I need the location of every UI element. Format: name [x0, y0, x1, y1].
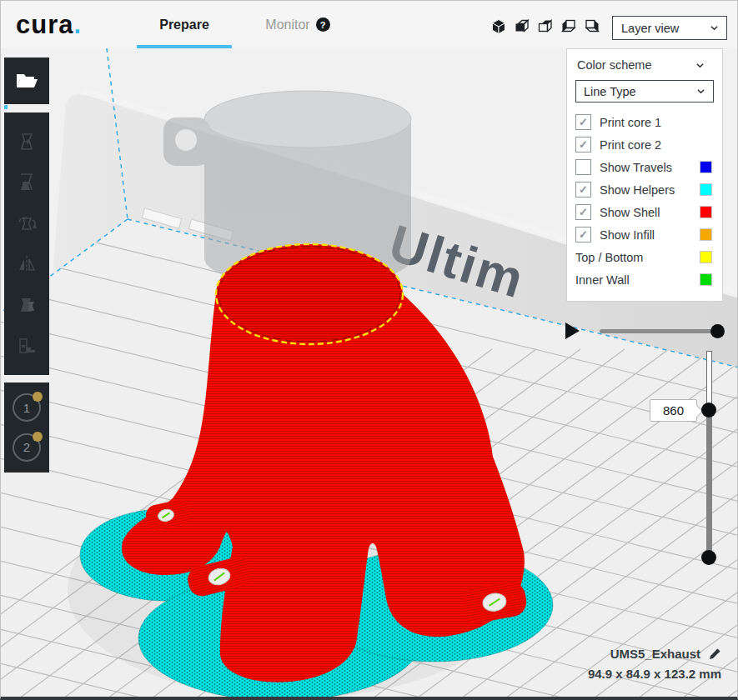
- open-file-button[interactable]: [4, 58, 49, 104]
- view-left-icon[interactable]: [560, 18, 578, 36]
- show-travels-label: Show Travels: [600, 161, 672, 174]
- top-bar: cura. Prepare Monitor ? Layer view: [1, 1, 737, 48]
- inner-wall-label: Inner Wall: [575, 273, 630, 287]
- extruder-2-button[interactable]: 2: [13, 433, 41, 462]
- move-tool-icon[interactable]: [14, 129, 39, 154]
- show-helpers-checkbox[interactable]: ✓: [575, 182, 591, 198]
- layer-number-balloon: 860: [650, 399, 697, 422]
- chevron-down-icon: [710, 23, 719, 32]
- travels-color-swatch: [700, 161, 712, 173]
- top-bottom-color-swatch: [700, 251, 712, 263]
- row-inner-wall: Inner Wall: [567, 268, 722, 291]
- show-infill-label: Show Infill: [600, 228, 655, 242]
- chevron-down-icon: [696, 87, 705, 96]
- layer-slider-track-range[interactable]: [706, 410, 712, 558]
- material-color-dot: [33, 392, 43, 402]
- helpers-color-swatch: [700, 183, 712, 196]
- job-name-row: UMS5_Exhaust: [610, 647, 721, 661]
- mirror-tool-icon[interactable]: [14, 252, 39, 277]
- row-print-core-1: ✓ Print core 1: [567, 111, 722, 133]
- infill-color-swatch: [700, 228, 712, 241]
- scale-tool-icon[interactable]: [14, 170, 39, 195]
- tool-panel: [4, 112, 49, 375]
- job-dimensions-label: 94.9 x 84.9 x 123.2 mm: [588, 667, 721, 681]
- view-top-icon[interactable]: [536, 18, 555, 36]
- color-scheme-value: Line Type: [584, 85, 636, 98]
- shell-color-swatch: [700, 206, 712, 218]
- logo-dot: .: [73, 10, 82, 39]
- layer-slider-top-handle[interactable]: [701, 402, 716, 418]
- print-core-2-label: Print core 2: [600, 138, 661, 152]
- per-model-settings-icon[interactable]: [14, 292, 39, 318]
- rotate-tool-icon[interactable]: [14, 211, 39, 236]
- camera-view-buttons: [489, 18, 601, 36]
- inner-wall-color-swatch: [700, 273, 712, 286]
- rename-pencil-icon[interactable]: [708, 648, 721, 661]
- show-shell-checkbox[interactable]: ✓: [575, 204, 591, 220]
- show-helpers-label: Show Helpers: [600, 183, 675, 197]
- show-travels-checkbox[interactable]: [575, 159, 591, 175]
- tab-monitor-label: Monitor: [265, 18, 309, 32]
- tab-monitor[interactable]: Monitor ?: [248, 1, 348, 48]
- print-core-2-checkbox[interactable]: ✓: [575, 137, 591, 152]
- support-blocker-icon[interactable]: [14, 333, 39, 358]
- view-front-icon[interactable]: [513, 18, 531, 36]
- show-shell-label: Show Shell: [600, 206, 660, 219]
- show-infill-checkbox[interactable]: ✓: [575, 227, 591, 242]
- view-mode-select[interactable]: Layer view: [612, 16, 727, 40]
- chevron-down-icon: [695, 61, 705, 70]
- toolbar-accent-tick: [4, 105, 8, 109]
- help-icon[interactable]: ?: [316, 18, 330, 32]
- simulation-slider-track[interactable]: [600, 329, 720, 333]
- simulation-slider-handle[interactable]: [710, 324, 725, 338]
- extruder-2-label: 2: [23, 440, 30, 454]
- color-scheme-select[interactable]: Line Type: [575, 80, 714, 102]
- row-show-travels: Show Travels: [567, 156, 722, 178]
- color-scheme-header[interactable]: Color scheme: [567, 49, 722, 78]
- material-color-dot: [33, 432, 43, 442]
- extruder-panel: 1 2: [4, 382, 49, 472]
- row-print-core-2: ✓ Print core 2: [567, 133, 722, 156]
- play-button[interactable]: [565, 322, 580, 339]
- tab-prepare[interactable]: Prepare: [137, 1, 232, 48]
- row-show-infill: ✓ Show Infill: [567, 223, 722, 246]
- layer-slider-bottom-handle[interactable]: [701, 550, 716, 565]
- layer-number-value: 860: [663, 403, 684, 418]
- cura-logo: cura.: [16, 10, 82, 40]
- row-show-helpers: ✓ Show Helpers: [567, 178, 722, 201]
- layer-view-panel: Color scheme Line Type ✓ Print core 1 ✓ …: [566, 48, 723, 302]
- view-3d-icon[interactable]: [489, 18, 508, 36]
- job-name-label: UMS5_Exhaust: [610, 647, 700, 661]
- row-top-bottom: Top / Bottom: [567, 246, 722, 268]
- row-show-shell: ✓ Show Shell: [567, 201, 722, 223]
- view-mode-value: Layer view: [621, 22, 679, 35]
- print-core-1-checkbox[interactable]: ✓: [575, 114, 591, 130]
- print-core-1-label: Print core 1: [600, 116, 661, 129]
- tab-prepare-label: Prepare: [159, 18, 209, 32]
- top-bottom-label: Top / Bottom: [575, 251, 643, 264]
- view-right-icon[interactable]: [583, 18, 601, 36]
- extruder-1-label: 1: [23, 401, 30, 415]
- open-folder-icon: [13, 69, 40, 92]
- extruder-1-button[interactable]: 1: [13, 393, 41, 422]
- cura-window: Ultim: [0, 0, 738, 700]
- color-scheme-label: Color scheme: [577, 58, 651, 72]
